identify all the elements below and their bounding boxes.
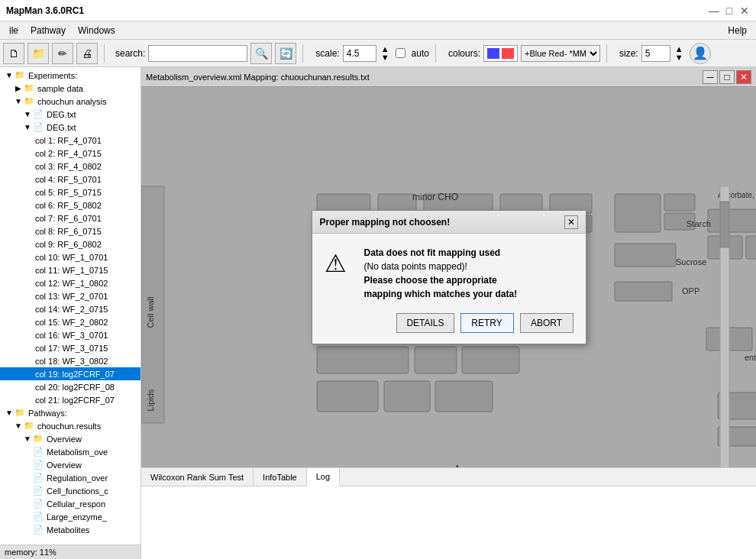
tree-item-col15[interactable]: col 15: WF_2_0802 [0,315,141,328]
tree-item-chouchun-analysis[interactable]: ▼ 📁 chouchun analysis [0,95,141,108]
expand-overview-folder[interactable]: ▼ [23,435,32,443]
modal-title-text: Proper mapping not choosen! [320,217,451,228]
tree-item-col3[interactable]: col 3: RF_4_0802 [0,160,141,173]
tree-item-cellular[interactable]: 📄 Cellular_respon [0,497,141,510]
search-refresh-button[interactable]: 🔄 [275,43,296,64]
expand-pathways[interactable]: ▼ [5,409,14,417]
size-input[interactable] [641,45,670,62]
tab-infotable[interactable]: InfoTable [254,468,307,486]
toolbar-btn-4[interactable]: 🖨 [76,43,98,64]
tree-item-col11[interactable]: col 11: WF_1_0715 [0,263,141,276]
tree-item-col16[interactable]: col 16: WF_3_0701 [0,328,141,341]
toolbar-separator-3 [435,44,436,63]
tree-item-col9[interactable]: col 9: RF_6_0802 [0,237,141,250]
pathways-folder-icon: 📁 [14,407,26,419]
menu-pathway[interactable]: Pathway [24,24,72,37]
toolbar-btn-2[interactable]: 📁 [27,43,49,64]
tree-root-experiments[interactable]: ▼ 📁 Experiments: [0,69,141,82]
menu-help[interactable]: Help [722,24,753,37]
col10-label: col 10: WF_1_0701 [35,253,108,262]
tree-item-col2[interactable]: col 2: RF_4_0715 [0,147,141,160]
modal-close-button[interactable]: ✕ [564,215,578,229]
tree-item-col20[interactable]: col 20: log2FCRF_08 [0,380,141,393]
tab-log[interactable]: Log [307,468,340,486]
tab-wilcoxon[interactable]: Wilcoxon Rank Sum Test [141,468,254,486]
menu-file[interactable]: ile [3,24,24,37]
expand-results[interactable]: ▼ [14,422,23,430]
tree-item-col12[interactable]: col 12: WF_1_0802 [0,276,141,289]
deg2-label: DEG.txt [47,123,76,132]
deg2-file-icon: 📄 [32,121,44,134]
tree-root-pathways[interactable]: ▼ 📁 Pathways: [0,406,141,419]
doc-close-button[interactable]: ✕ [736,70,751,84]
tree-item-metabolites[interactable]: 📄 Metabolites [0,523,141,536]
results-label: chouchun.results [37,422,101,431]
colour-select[interactable]: +Blue Red- *MM [521,45,600,62]
app-title: MapMan 3.6.0RC1 [6,5,709,16]
metabolites-file-icon: 📄 [32,524,44,536]
bottom-panel: Wilcoxon Rank Sum Test InfoTable Log [141,467,756,559]
expand-deg2[interactable]: ▼ [23,123,32,131]
large-enzyme-label: Large_enzyme_ [47,512,107,522]
expand-chouchun[interactable]: ▼ [14,97,23,105]
doc-maximize-button[interactable]: □ [719,70,735,84]
expand-experiments[interactable]: ▼ [5,71,14,79]
tree-item-col6[interactable]: col 6: RF_5_0802 [0,199,141,212]
tree-item-chouchun-results[interactable]: ▼ 📁 chouchun.results [0,419,141,432]
search-input[interactable] [148,45,247,62]
auto-checkbox[interactable] [396,48,405,58]
maximize-button[interactable]: □ [724,5,735,16]
tree-item-overview-folder[interactable]: ▼ 📁 Overview [0,432,141,445]
menu-windows[interactable]: Windows [72,24,121,37]
abort-button[interactable]: ABORT [520,313,573,333]
expand-deg1[interactable]: ▼ [23,110,32,118]
user-button[interactable]: 👤 [690,43,711,64]
tree-item-col18[interactable]: col 18: WF_3_0802 [0,354,141,367]
scale-down-button[interactable]: ▼ [381,53,389,62]
tree-item-large-enzyme[interactable]: 📄 Large_enzyme_ [0,510,141,523]
tree-item-deg1[interactable]: ▼ 📄 DEG.txt [0,108,141,121]
cellular-file-icon: 📄 [32,498,44,510]
tree-item-col1[interactable]: col 1: RF_4_0701 [0,134,141,147]
size-up-button[interactable]: ▲ [675,45,683,53]
tree-item-col14[interactable]: col 14: WF_2_0715 [0,302,141,315]
tree-item-col8[interactable]: col 8: RF_6_0715 [0,225,141,237]
tree-item-col21[interactable]: col 21: log2FCRF_07 [0,393,141,406]
tree-item-col4[interactable]: col 4: RF_5_0701 [0,173,141,186]
toolbar-btn-3[interactable]: ✏ [52,43,73,64]
tree-item-col10[interactable]: col 10: WF_1_0701 [0,250,141,263]
close-button[interactable]: ✕ [739,5,750,16]
tree-item-regulation[interactable]: 📄 Regulation_over [0,471,141,484]
tree-item-col5[interactable]: col 5: RF_5_0715 [0,186,141,199]
tree-item-col17[interactable]: col 17: WF_3_0715 [0,341,141,354]
deg1-label: DEG.txt [47,110,76,119]
retry-button[interactable]: RETRY [460,313,514,333]
tree-item-col13[interactable]: col 13: WF_2_0701 [0,289,141,302]
doc-minimize-button[interactable]: ─ [703,70,718,84]
tree-item-deg2[interactable]: ▼ 📄 DEG.txt [0,121,141,134]
main-layout: ▼ 📁 Experiments: ▶ 📁 sample data ▼ 📁 cho… [0,67,756,559]
tree-item-cell-functions[interactable]: 📄 Cell_functions_c [0,484,141,497]
tree-item-col7[interactable]: col 7: RF_6_0701 [0,212,141,225]
menu-bar: ile Pathway Windows Help [0,21,756,40]
tree-item-sample-data[interactable]: ▶ 📁 sample data [0,82,141,95]
modal-body: ⚠ Data does not fit mapping used (No dat… [312,234,586,307]
col17-label: col 17: WF_3_0715 [35,344,108,353]
details-button[interactable]: DETAILS [396,313,454,333]
tree-item-metabolism[interactable]: 📄 Metabolism_ove [0,445,141,458]
tree-item-overview-file[interactable]: 📄 Overview [0,458,141,471]
left-panel: ▼ 📁 Experiments: ▶ 📁 sample data ▼ 📁 cho… [0,67,141,559]
toolbar-btn-1[interactable]: 🗋 [3,43,24,64]
search-go-button[interactable]: 🔍 [250,43,272,64]
size-label: size: [619,48,638,59]
col21-label: col 21: log2FCRF_07 [35,396,115,405]
size-down-button[interactable]: ▼ [675,53,683,62]
tree-item-col19[interactable]: col 19: log2FCRF_07 [0,367,141,380]
minimize-button[interactable]: — [709,5,719,16]
doc-canvas: minor CHO Ascorbate, Glutathione Light R… [141,87,756,467]
tab-infotable-label: InfoTable [263,473,297,482]
scale-up-button[interactable]: ▲ [381,45,389,53]
auto-label: auto [412,48,429,59]
expand-sample[interactable]: ▶ [14,84,23,92]
scale-input[interactable] [343,45,376,62]
